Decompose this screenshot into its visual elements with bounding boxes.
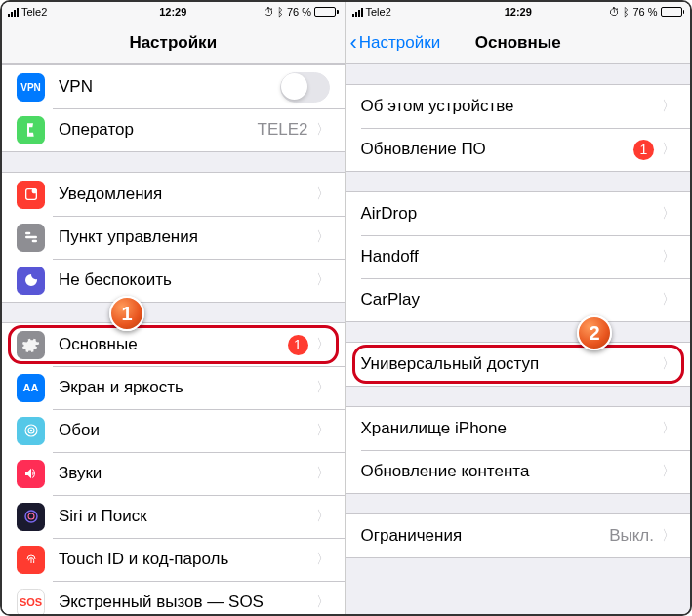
status-bar: Tele2 12:29 ⏱ ᛒ 76 % [2,2,345,21]
chevron-right-icon: 〉 [316,121,330,139]
battery-icon [661,7,685,17]
sos-icon: SOS [17,589,45,615]
row-operator[interactable]: Оператор TELE2 〉 [2,108,345,151]
chevron-right-icon: 〉 [316,379,330,396]
battery-icon [314,7,339,17]
svg-rect-4 [31,240,36,243]
chevron-right-icon: 〉 [662,420,675,437]
chevron-right-icon: 〉 [316,465,330,482]
row-airdrop[interactable]: AirDrop 〉 [346,192,691,235]
row-label: Ограничения [361,526,610,546]
row-about[interactable]: Об этом устройстве 〉 [346,85,691,128]
siri-icon [17,503,45,531]
chevron-right-icon: 〉 [662,527,675,545]
callout-badge-2: 2 [577,315,612,350]
row-label: Оператор [59,120,258,140]
chevron-right-icon: 〉 [662,141,675,158]
chevron-right-icon: 〉 [316,228,330,246]
row-notifications[interactable]: Уведомления 〉 [2,173,345,216]
general-list[interactable]: Об этом устройстве 〉 Обновление ПО 1 〉 A… [346,64,691,614]
row-control-center[interactable]: Пункт управления 〉 [2,216,345,259]
row-siri[interactable]: Siri и Поиск 〉 [2,495,345,538]
moon-icon [17,267,45,295]
chevron-right-icon: 〉 [662,248,675,266]
chevron-right-icon: 〉 [662,355,675,373]
vpn-icon: VPN [17,73,45,102]
row-label: AirDrop [361,204,663,224]
row-general[interactable]: Основные 1 〉 [2,323,345,366]
battery-percent: 76 % [287,6,311,18]
row-label: Не беспокоить [59,270,316,290]
row-restrictions[interactable]: Ограничения Выкл. 〉 [346,514,691,557]
notification-badge: 1 [288,335,308,355]
signal-icon [8,8,19,17]
clock: 12:29 [159,6,186,18]
row-label: Экстренный вызов — SOS [59,593,316,612]
carrier-label: Tele2 [366,6,391,18]
row-label: CarPlay [361,290,663,309]
bluetooth-icon: ᛒ [277,6,284,18]
row-label: Siri и Поиск [59,507,316,526]
row-label: Об этом устройстве [361,97,663,116]
settings-list[interactable]: VPN VPN Оператор TELE2 〉 [2,64,345,614]
row-software-update[interactable]: Обновление ПО 1 〉 [346,128,691,171]
row-carplay[interactable]: CarPlay 〉 [346,278,691,321]
chevron-right-icon: 〉 [662,463,675,480]
row-label: Обои [59,421,316,440]
row-label: Универсальный доступ [361,354,663,374]
row-wallpaper[interactable]: Обои 〉 [2,409,345,452]
row-label: Звуки [59,464,316,483]
callout-badge-1: 1 [109,296,144,331]
phone-general: Tele2 12:29 ⏱ ᛒ 76 % ‹ Настройки Основны… [346,2,691,614]
svg-point-8 [25,511,37,522]
notification-badge: 1 [633,140,654,160]
display-icon: AA [17,374,45,402]
row-label: Экран и яркость [59,378,316,397]
row-label: Основные [59,335,288,354]
page-title: Настройки [2,33,345,53]
vpn-toggle[interactable] [280,72,330,103]
battery-percent: 76 % [632,6,657,18]
chevron-right-icon: 〉 [316,508,330,525]
chevron-right-icon: 〉 [662,291,675,308]
row-sos[interactable]: SOS Экстренный вызов — SOS 〉 [2,581,345,614]
chevron-right-icon: 〉 [316,551,330,568]
row-detail: TELE2 [258,120,308,140]
row-display[interactable]: AA Экран и яркость 〉 [2,366,345,409]
row-storage[interactable]: Хранилище iPhone 〉 [346,407,691,450]
row-label: Обновление ПО [361,140,634,159]
nav-bar: Настройки [2,21,345,64]
row-label: Обновление контента [361,462,663,481]
sounds-icon [17,460,45,488]
svg-point-1 [31,188,36,193]
svg-point-9 [28,513,34,519]
fingerprint-icon [17,546,45,574]
wallpaper-icon [17,417,45,445]
phone-icon [17,116,45,144]
row-touchid[interactable]: Touch ID и код-пароль 〉 [2,538,345,581]
control-center-icon [17,224,45,252]
row-sounds[interactable]: Звуки 〉 [2,452,345,495]
row-label: Хранилище iPhone [361,419,663,438]
chevron-right-icon: 〉 [316,185,330,203]
svg-rect-2 [25,232,30,235]
gear-icon [17,331,45,359]
row-handoff[interactable]: Handoff 〉 [346,235,691,278]
svg-rect-3 [25,236,37,239]
signal-icon [352,8,363,17]
row-dnd[interactable]: Не беспокоить 〉 [2,259,345,302]
bluetooth-icon: ᛒ [623,6,630,18]
row-label: Пункт управления [59,227,316,247]
nav-bar: ‹ Настройки Основные [346,21,691,64]
chevron-right-icon: 〉 [662,98,675,115]
alarm-icon: ⏱ [609,6,620,18]
status-bar: Tele2 12:29 ⏱ ᛒ 76 % [346,2,691,21]
row-label: Handoff [361,247,663,267]
phone-settings: Tele2 12:29 ⏱ ᛒ 76 % Настройки VPN VPN [2,2,346,614]
row-label: VPN [59,77,280,97]
row-accessibility[interactable]: Универсальный доступ 〉 [346,343,691,386]
row-label: Touch ID и код-пароль [59,550,316,569]
svg-point-7 [30,430,32,431]
row-vpn[interactable]: VPN VPN [2,65,345,108]
row-background-refresh[interactable]: Обновление контента 〉 [346,450,691,493]
